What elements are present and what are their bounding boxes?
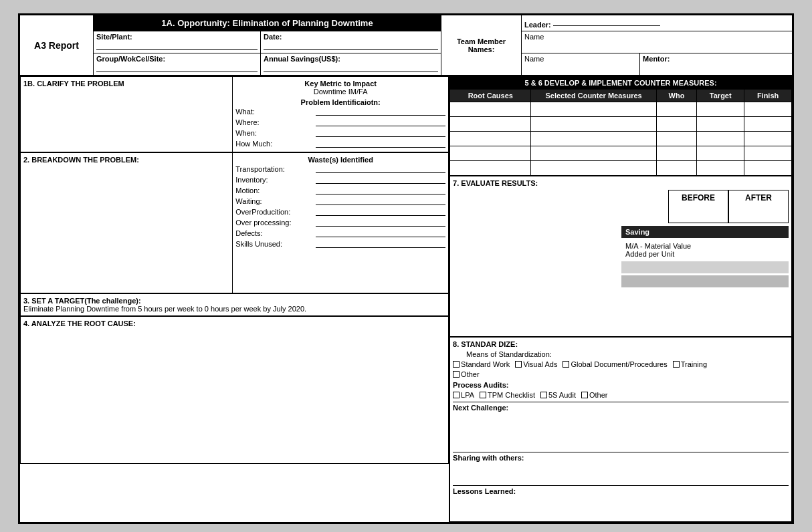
next-challenge-section: Next Challenge: [453,402,789,452]
section-4: 4. ANALYZE THE ROOT CAUSE: [21,317,449,464]
mentor-row: Mentor: [640,53,793,76]
training-checkbox[interactable] [673,361,680,368]
lpa-checkbox[interactable] [453,392,460,398]
table-row [450,146,792,161]
before-after-container: BEFORE AFTER [668,190,789,223]
name2-row: Name [522,53,640,76]
right-main-column: 5 & 6 DEVELOP & IMPLEMENT COUNTER MEASUR… [449,76,793,523]
problem-id-header: Problem Identificaiotn: [235,98,445,106]
section-3: 3. SET A TARGET(The challenge): Eliminat… [21,294,449,316]
who-col-header: Who [656,90,697,102]
section-7: 7. EVALUATE RESULTS: BEFORE AFTER [450,176,792,337]
means-label: Means of Standardization: [466,350,789,358]
site-plant-field: Site/Plant: [94,31,261,53]
waste-item: Defects: [235,228,445,237]
other-audit-checkbox[interactable] [581,392,588,398]
section-1b-header: 1B. CLARIFY THE PROBLEM [23,80,229,88]
tpm-checkbox[interactable] [480,392,486,398]
a3-report-title: A3 Report [20,15,94,76]
cb-other-audit[interactable]: Other [581,391,608,399]
next-challenge-label: Next Challenge: [453,404,789,412]
gray-bar-1 [621,261,789,273]
cb-5s[interactable]: 5S Audit [540,391,576,399]
a3-report-page: A3 Report 1A. Opportunity: Elimination o… [18,13,794,524]
wastes-list: Transportation:Inventory:Motion:Waiting:… [235,164,445,248]
waste-item: Skills Unused: [235,239,445,248]
visual-ads-checkbox[interactable] [515,361,522,368]
target-col-header: Target [697,90,744,102]
section-8-header: 8. STANDAR DIZE: [453,340,789,348]
root-causes-col-header: Root Causes [450,90,531,102]
key-metric-header: Key Metric to Impact [235,80,445,88]
sharing-label: Sharing with others: [453,454,789,462]
checkboxes-row2: Other [453,370,789,378]
cb-lpa[interactable]: LPA [453,391,474,399]
table-row [450,117,792,132]
cb-tpm[interactable]: TPM Checklist [480,391,535,399]
team-member-names-label: Team Member Names: [441,15,522,76]
section-2-right: Waste(s) Identified Transportation:Inven… [233,153,449,293]
cb-training[interactable]: Training [673,360,707,368]
waste-item: Waiting: [235,196,445,205]
waste-item: Transportation: [235,164,445,173]
section-3-header: 3. SET A TARGET(The challenge): [23,297,445,305]
where-row: Where: [235,117,445,126]
table-row [450,102,792,117]
after-box: AFTER [728,190,789,223]
lessons-label: Lessons Learned: [453,487,789,495]
section-8: 8. STANDAR DIZE: Means of Standardizatio… [450,338,792,522]
waste-item: Over processing: [235,217,445,227]
annual-savings-field: Annual Savings(US$): [261,53,441,76]
cb-global-doc[interactable]: Global Document/Procedures [563,360,667,368]
audit-checkboxes: LPA TPM Checklist 5S Audit [453,391,789,399]
section-1b-right: Key Metric to Impact Downtime IM/FA Prob… [233,77,449,152]
saving-bar: Saving [621,226,789,238]
name1-row: Name [522,31,793,53]
other-checkbox[interactable] [453,371,460,378]
when-row: When: [235,128,445,137]
table-row [450,132,792,146]
waste-item: Motion: [235,185,445,194]
section-2-left: 2. BREAKDOWN THE PROBLEM: [21,153,233,293]
cb-visual-ads[interactable]: Visual Ads [515,360,557,368]
section-4-header: 4. ANALYZE THE ROOT CAUSE: [23,319,445,327]
section-7-header: 7. EVALUATE RESULTS: [453,179,789,187]
ma-label: M/A - Material Value Added per Unit [621,241,789,259]
selected-counter-measures-col-header: Selected Counter Measures [531,90,656,102]
group-wokcel-field: Group/WokCel/Site: [94,53,261,76]
leader-row: Leader: [522,15,793,31]
waste-item: Inventory: [235,174,445,184]
finish-col-header: Finish [744,90,792,102]
cb-standard-work[interactable]: Standard Work [453,360,510,368]
process-audits-label: Process Audits: [453,381,789,389]
opportunity-header: 1A. Opportunity: Elimination of Planning… [94,15,441,31]
table-row [450,161,792,176]
sharing-section: Sharing with others: [453,452,789,485]
wastes-header: Waste(s) Identified [235,156,445,164]
gray-bar-2 [621,275,789,287]
5s-checkbox[interactable] [540,392,547,398]
section-56-header: 5 & 6 DEVELOP & IMPLEMENT COUNTER MEASUR… [450,77,792,90]
waste-item: OverProducition: [235,207,445,216]
section-2-header: 2. BREAKDOWN THE PROBLEM: [23,156,229,164]
standard-work-checkbox[interactable] [453,361,460,368]
section-3-text: Eliminate Planning Downtime from 5 hours… [23,305,445,313]
cb-other[interactable]: Other [453,370,480,378]
global-doc-checkbox[interactable] [563,361,569,368]
downtime-label: Downtime IM/FA [235,88,445,96]
how-much-row: How Much: [235,138,445,148]
date-field: Date: [261,31,441,53]
before-box: BEFORE [668,190,728,223]
checkboxes-row1: Standard Work Visual Ads Global Document… [453,360,789,368]
left-main-column: 1B. CLARIFY THE PROBLEM Key Metric to Im… [20,76,449,523]
section-1b: 1B. CLARIFY THE PROBLEM [21,77,233,152]
lessons-section: Lessons Learned: [453,485,789,519]
what-row: What: [235,106,445,116]
